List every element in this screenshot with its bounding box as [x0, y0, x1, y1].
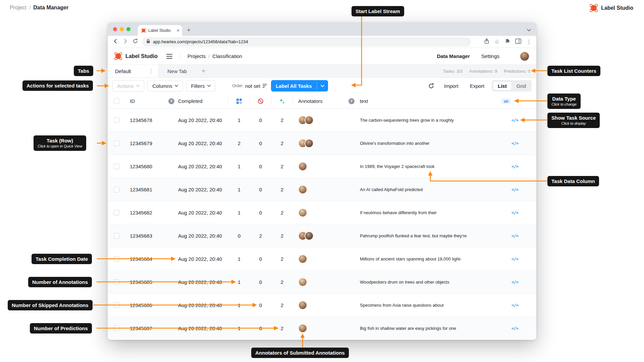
header-annotations-icon-cell[interactable] — [228, 98, 250, 105]
share-icon[interactable] — [484, 38, 489, 46]
order-value[interactable]: not set — [245, 83, 268, 89]
forward-icon[interactable] — [122, 38, 128, 46]
browser-menu-icon[interactable]: ⋮ — [526, 39, 532, 45]
order-value-text: not set — [245, 83, 260, 89]
browser-tab[interactable]: Label Studio × — [138, 25, 182, 36]
tab-options-icon[interactable]: ⋮ — [149, 68, 154, 74]
task-row[interactable]: 12345682 Aug 20 2022, 20:40 1 0 2 If neu… — [108, 201, 536, 224]
row-checkbox[interactable] — [114, 233, 119, 239]
task-id: 12345678 — [126, 117, 165, 123]
show-source-icon[interactable]: </> — [512, 164, 518, 169]
annotator-avatar[interactable] — [298, 278, 307, 287]
header-text[interactable]: text — [360, 98, 499, 105]
sidebar-icon[interactable] — [515, 39, 521, 45]
import-button[interactable]: Import — [440, 80, 463, 92]
label-all-tasks-button[interactable]: Label All Tasks — [271, 80, 328, 92]
task-row[interactable]: 12345685 Aug 20 2022, 20:40 1 0 2 Woodpe… — [108, 270, 536, 294]
show-source-icon[interactable]: </> — [512, 118, 518, 123]
show-source-icon[interactable]: </> — [512, 233, 518, 238]
row-checkbox[interactable] — [114, 325, 119, 331]
row-checkbox[interactable] — [114, 302, 119, 308]
add-tab-button[interactable]: + — [196, 65, 212, 77]
task-completed-date: Aug 20 2022, 20:40 — [178, 325, 228, 331]
url-bar[interactable]: app.heartex.com/projects/123456/data?tab… — [142, 37, 471, 47]
show-source-icon[interactable]: </> — [512, 141, 518, 146]
columns-button[interactable]: Columns — [148, 80, 183, 92]
row-checkbox[interactable] — [114, 279, 119, 285]
back-icon[interactable] — [112, 38, 118, 46]
task-row[interactable]: 12345678 Aug 20 2022, 20:40 1 0 2 The ca… — [108, 109, 536, 132]
breadcrumb-project[interactable]: Project — [10, 5, 26, 11]
nav-data-manager[interactable]: Data Manager — [437, 53, 470, 59]
columns-button-label: Columns — [152, 83, 172, 89]
show-source-icon[interactable]: </> — [512, 303, 518, 308]
maximize-window-button[interactable] — [126, 27, 130, 31]
row-checkbox[interactable] — [114, 210, 119, 216]
annotator-avatar[interactable] — [298, 324, 307, 333]
app-logo[interactable]: Label Studio — [114, 52, 158, 60]
show-source-icon[interactable]: </> — [512, 280, 518, 285]
row-checkbox[interactable] — [114, 140, 119, 146]
annotator-avatar[interactable] — [298, 208, 307, 217]
annotator-avatar[interactable] — [298, 301, 307, 310]
sort-icon — [263, 83, 268, 88]
new-browser-tab-button[interactable]: + — [187, 26, 191, 35]
select-all-checkbox[interactable] — [114, 98, 119, 104]
annotator-avatar[interactable] — [305, 116, 314, 125]
tab-default[interactable]: Default ⋮ — [108, 65, 159, 77]
list-view-button[interactable]: List — [493, 81, 512, 90]
row-checkbox[interactable] — [114, 117, 119, 123]
bookmark-star-icon[interactable]: ☆ — [494, 38, 499, 45]
help-icon[interactable]: ? — [168, 98, 174, 104]
app-breadcrumb-projects[interactable]: Projects — [187, 53, 206, 59]
grid-view-button[interactable]: Grid — [512, 81, 531, 90]
task-row[interactable]: 12345683 Aug 20 2022, 20:40 0 2 2 Pahrum… — [108, 224, 536, 247]
actions-button[interactable]: Actions — [112, 80, 144, 92]
header-completed[interactable]: Completed — [178, 98, 228, 105]
row-checkbox[interactable] — [114, 187, 119, 192]
close-window-button[interactable] — [113, 27, 117, 31]
window-controls[interactable] — [113, 27, 130, 31]
extensions-puzzle-icon[interactable] — [504, 38, 510, 45]
annotator-avatar[interactable] — [305, 139, 314, 148]
header-annotators[interactable]: Annotators — [293, 98, 343, 105]
show-source-icon[interactable]: </> — [512, 326, 518, 331]
task-row[interactable]: 12345680 Aug 20 2022, 20:40 1 0 2 In 198… — [108, 155, 536, 178]
chevron-down-icon[interactable] — [317, 80, 328, 92]
export-button[interactable]: Export — [466, 80, 488, 92]
refresh-icon[interactable] — [425, 80, 437, 92]
show-source-icon[interactable]: </> — [512, 187, 518, 192]
order-control[interactable]: Order not set — [232, 83, 268, 89]
tab-new-tab[interactable]: New Tab — [159, 65, 196, 77]
annotator-avatar[interactable] — [298, 254, 307, 263]
task-row[interactable]: 12345679 Aug 20 2022, 20:40 2 0 2 Olivin… — [108, 132, 536, 155]
task-row[interactable]: 12345687 Aug 20 2022, 20:40 1 0 2 Big fi… — [108, 317, 536, 340]
annotator-avatars — [293, 231, 343, 240]
tab-close-icon[interactable]: × — [177, 28, 179, 33]
app-breadcrumb: Projects / Classification — [187, 53, 242, 59]
task-row[interactable]: 12345681 Aug 20 2022, 20:40 1 0 2 An AI … — [108, 178, 536, 201]
task-row[interactable]: 12345684 Aug 20 2022, 20:40 1 0 2 Millio… — [108, 247, 536, 270]
header-skipped-icon-cell[interactable] — [250, 98, 271, 105]
header-id[interactable]: ID — [126, 98, 165, 105]
show-source-icon[interactable]: </> — [512, 210, 518, 215]
annotator-avatar[interactable] — [305, 231, 314, 240]
minimize-window-button[interactable] — [120, 27, 124, 31]
task-completed-date: Aug 20 2022, 20:40 — [178, 256, 228, 262]
hamburger-menu-icon[interactable] — [166, 54, 172, 59]
show-source-icon[interactable]: </> — [512, 256, 518, 261]
header-predictions-icon-cell[interactable] — [271, 98, 293, 105]
annotator-avatar[interactable] — [298, 185, 307, 194]
help-icon[interactable]: ? — [348, 98, 355, 104]
task-row[interactable]: 12345686 Aug 20 2022, 20:40 1 0 2 Specim… — [108, 294, 536, 317]
filters-button[interactable]: Filters — [186, 80, 215, 92]
user-avatar[interactable] — [520, 51, 530, 61]
data-type-badge[interactable]: str — [501, 99, 511, 104]
row-checkbox[interactable] — [114, 256, 119, 262]
skipped-icon — [258, 98, 264, 104]
reload-icon[interactable] — [132, 38, 138, 45]
row-checkbox[interactable] — [114, 164, 119, 169]
annotator-avatar[interactable] — [298, 162, 307, 171]
tab-search-chevron-icon[interactable] — [527, 27, 531, 33]
nav-settings[interactable]: Settings — [481, 53, 499, 59]
